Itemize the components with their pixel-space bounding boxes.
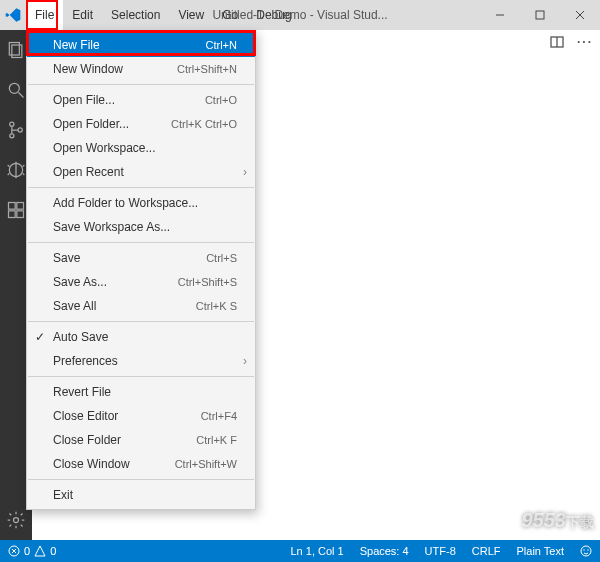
- svg-rect-17: [9, 203, 16, 210]
- menu-item-preferences[interactable]: Preferences›: [27, 349, 255, 373]
- app-logo: [0, 7, 26, 23]
- chevron-right-icon: ›: [243, 165, 247, 179]
- svg-point-9: [10, 134, 14, 138]
- svg-line-14: [23, 165, 25, 167]
- menu-bar: File Edit Selection View Go Debug: [26, 0, 301, 30]
- menu-item-label: New Window: [53, 62, 177, 76]
- maximize-button[interactable]: [520, 0, 560, 30]
- menu-item-revert-file[interactable]: Revert File: [27, 380, 255, 404]
- window-controls: [480, 0, 600, 30]
- menu-item-label: Save: [53, 251, 206, 265]
- menu-item-label: Open Workspace...: [53, 141, 237, 155]
- menu-item-label: Preferences: [53, 354, 237, 368]
- menu-item-label: Save As...: [53, 275, 178, 289]
- menu-item-close-folder[interactable]: Close FolderCtrl+K F: [27, 428, 255, 452]
- more-actions-icon[interactable]: ···: [576, 33, 594, 51]
- menu-item-label: Close Window: [53, 457, 175, 471]
- menu-item-exit[interactable]: Exit: [27, 483, 255, 507]
- menu-separator: [28, 84, 254, 85]
- menu-item-close-window[interactable]: Close WindowCtrl+Shift+W: [27, 452, 255, 476]
- split-editor-icon[interactable]: [548, 33, 566, 51]
- menu-item-label: Open File...: [53, 93, 205, 107]
- status-indentation[interactable]: Spaces: 4: [352, 540, 417, 562]
- check-icon: ✓: [35, 330, 45, 344]
- menu-item-label: Close Editor: [53, 409, 201, 423]
- svg-line-13: [8, 165, 10, 167]
- menu-item-save[interactable]: SaveCtrl+S: [27, 246, 255, 270]
- menu-separator: [28, 242, 254, 243]
- minimize-button[interactable]: [480, 0, 520, 30]
- svg-line-16: [23, 173, 25, 175]
- menu-item-open-file[interactable]: Open File...Ctrl+O: [27, 88, 255, 112]
- menu-item-save-as[interactable]: Save As...Ctrl+Shift+S: [27, 270, 255, 294]
- menu-item-open-folder[interactable]: Open Folder...Ctrl+K Ctrl+O: [27, 112, 255, 136]
- close-button[interactable]: [560, 0, 600, 30]
- menu-item-label: Revert File: [53, 385, 237, 399]
- menu-item-label: Open Folder...: [53, 117, 171, 131]
- menu-item-new-file[interactable]: New FileCtrl+N: [27, 33, 255, 57]
- svg-point-29: [587, 549, 588, 550]
- status-error-count: 0: [24, 545, 30, 557]
- menu-item-new-window[interactable]: New WindowCtrl+Shift+N: [27, 57, 255, 81]
- status-errors[interactable]: 0 0: [0, 540, 64, 562]
- status-bar: 0 0 Ln 1, Col 1 Spaces: 4 UTF-8 CRLF Pla…: [0, 540, 600, 562]
- status-cursor-position[interactable]: Ln 1, Col 1: [282, 540, 351, 562]
- menu-separator: [28, 376, 254, 377]
- file-menu-dropdown: New FileCtrl+NNew WindowCtrl+Shift+NOpen…: [26, 30, 256, 510]
- menu-item-label: Save Workspace As...: [53, 220, 237, 234]
- menu-view[interactable]: View: [169, 0, 213, 30]
- menu-item-label: Close Folder: [53, 433, 196, 447]
- menu-item-auto-save[interactable]: ✓Auto Save: [27, 325, 255, 349]
- menu-item-shortcut: Ctrl+S: [206, 252, 237, 264]
- menu-item-open-recent[interactable]: Open Recent›: [27, 160, 255, 184]
- svg-rect-18: [17, 203, 24, 210]
- menu-item-label: Auto Save: [53, 330, 237, 344]
- menu-item-label: Open Recent: [53, 165, 237, 179]
- status-eol[interactable]: CRLF: [464, 540, 509, 562]
- menu-item-shortcut: Ctrl+K Ctrl+O: [171, 118, 237, 130]
- menu-item-open-workspace[interactable]: Open Workspace...: [27, 136, 255, 160]
- menu-item-shortcut: Ctrl+N: [206, 39, 237, 51]
- svg-line-15: [8, 173, 10, 175]
- svg-point-28: [583, 549, 584, 550]
- menu-edit[interactable]: Edit: [63, 0, 102, 30]
- status-language[interactable]: Plain Text: [509, 540, 573, 562]
- menu-item-shortcut: Ctrl+Shift+S: [178, 276, 237, 288]
- menu-selection[interactable]: Selection: [102, 0, 169, 30]
- menu-separator: [28, 479, 254, 480]
- svg-rect-1: [536, 11, 544, 19]
- menu-item-save-workspace-as[interactable]: Save Workspace As...: [27, 215, 255, 239]
- menu-item-shortcut: Ctrl+Shift+N: [177, 63, 237, 75]
- svg-point-10: [18, 128, 22, 132]
- menu-item-shortcut: Ctrl+Shift+W: [175, 458, 237, 470]
- status-feedback-icon[interactable]: [572, 540, 600, 562]
- status-encoding[interactable]: UTF-8: [417, 540, 464, 562]
- menu-go[interactable]: Go: [213, 0, 247, 30]
- svg-point-21: [14, 518, 19, 523]
- menu-item-save-all[interactable]: Save AllCtrl+K S: [27, 294, 255, 318]
- svg-rect-20: [17, 211, 24, 218]
- menu-item-add-folder-to-workspace[interactable]: Add Folder to Workspace...: [27, 191, 255, 215]
- menu-item-close-editor[interactable]: Close EditorCtrl+F4: [27, 404, 255, 428]
- svg-point-8: [10, 122, 14, 126]
- menu-item-shortcut: Ctrl+F4: [201, 410, 237, 422]
- menu-item-shortcut: Ctrl+K S: [196, 300, 237, 312]
- menu-item-label: Save All: [53, 299, 196, 313]
- menu-item-shortcut: Ctrl+O: [205, 94, 237, 106]
- menu-item-label: Exit: [53, 488, 237, 502]
- menu-item-label: Add Folder to Workspace...: [53, 196, 237, 210]
- menu-debug[interactable]: Debug: [247, 0, 300, 30]
- menu-item-label: New File: [53, 38, 206, 52]
- status-warning-count: 0: [50, 545, 56, 557]
- svg-point-6: [9, 83, 19, 93]
- svg-rect-19: [9, 211, 16, 218]
- menu-separator: [28, 321, 254, 322]
- svg-line-7: [19, 93, 24, 98]
- menu-item-shortcut: Ctrl+K F: [196, 434, 237, 446]
- title-bar: File Edit Selection View Go Debug Untitl…: [0, 0, 600, 30]
- chevron-right-icon: ›: [243, 354, 247, 368]
- menu-file[interactable]: File: [26, 0, 63, 30]
- editor-actions: ···: [548, 30, 594, 54]
- menu-separator: [28, 187, 254, 188]
